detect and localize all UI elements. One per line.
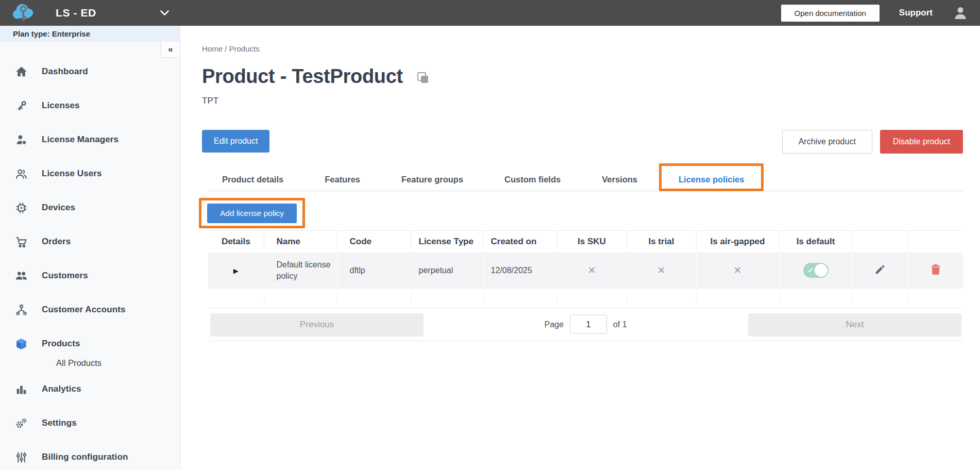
tab-features[interactable]: Features bbox=[311, 168, 374, 191]
bar-chart-icon bbox=[14, 382, 28, 396]
col-is-trial: Is trial bbox=[627, 231, 696, 253]
table-row: ▶ Default license policy dftlp perpetual… bbox=[208, 253, 963, 289]
open-documentation-button[interactable]: Open documentation bbox=[781, 5, 880, 22]
cross-icon: ✕ bbox=[588, 265, 596, 276]
is-default-toggle[interactable]: ✓ bbox=[803, 263, 829, 278]
sliders-icon bbox=[14, 450, 28, 464]
box-icon bbox=[14, 337, 28, 351]
col-is-default: Is default bbox=[779, 231, 852, 253]
sidebar-item-customer-accounts[interactable]: Customer Accounts bbox=[14, 300, 180, 319]
col-delete bbox=[908, 231, 963, 253]
copy-icon[interactable] bbox=[416, 71, 430, 85]
cloud-key-logo-icon bbox=[11, 3, 35, 23]
app-window: LS - ED Open documentation Support Plan … bbox=[0, 0, 980, 470]
key-icon bbox=[14, 99, 28, 113]
sidebar-item-analytics[interactable]: Analytics bbox=[14, 380, 180, 398]
check-icon: ✓ bbox=[808, 266, 814, 274]
workspace-selector[interactable]: LS - ED bbox=[56, 7, 96, 19]
col-code: Code bbox=[337, 231, 411, 253]
col-name: Name bbox=[264, 231, 337, 253]
product-tabs: Product details Features Feature groups … bbox=[208, 168, 963, 191]
col-created-on: Created on bbox=[483, 231, 557, 253]
sidebar-item-devices[interactable]: Devices bbox=[14, 198, 180, 217]
tab-product-details[interactable]: Product details bbox=[208, 168, 297, 191]
col-is-sku: Is SKU bbox=[557, 231, 627, 253]
col-details: Details bbox=[208, 231, 264, 253]
sidebar-item-license-managers[interactable]: License Managers bbox=[14, 130, 180, 149]
cross-icon: ✕ bbox=[734, 265, 742, 276]
delete-policy-button[interactable] bbox=[931, 264, 941, 275]
breadcrumb-products[interactable]: Products bbox=[229, 44, 260, 53]
sidebar-item-all-products[interactable]: All Products bbox=[56, 358, 180, 368]
sidebar-item-dashboard[interactable]: Dashboard bbox=[14, 62, 180, 81]
pencil-icon bbox=[874, 264, 886, 275]
trash-icon bbox=[931, 264, 941, 275]
user-avatar-icon[interactable] bbox=[952, 5, 969, 21]
sidebar: Plan type: Enterprise « Dashboard Licens… bbox=[0, 26, 180, 470]
edit-product-button[interactable]: Edit product bbox=[202, 130, 269, 153]
cell-code: dftlp bbox=[337, 253, 411, 289]
breadcrumb-home[interactable]: Home bbox=[202, 44, 223, 53]
cart-icon bbox=[14, 235, 28, 249]
breadcrumb: Home / Products bbox=[202, 44, 980, 53]
tab-versions[interactable]: Versions bbox=[588, 168, 651, 191]
sidebar-item-billing-configuration[interactable]: Billing configuration bbox=[14, 448, 180, 466]
col-license-type: License Type bbox=[411, 231, 483, 253]
tab-custom-fields[interactable]: Custom fields bbox=[491, 168, 575, 191]
sidebar-item-customers[interactable]: Customers bbox=[14, 266, 180, 285]
topbar-actions: Open documentation Support bbox=[781, 5, 980, 22]
sidebar-item-orders[interactable]: Orders bbox=[14, 232, 180, 251]
home-icon bbox=[14, 65, 28, 79]
edit-policy-button[interactable] bbox=[874, 264, 886, 275]
gears-icon bbox=[14, 416, 28, 430]
row-expander[interactable]: ▶ bbox=[233, 267, 239, 275]
disable-product-button[interactable]: Disable product bbox=[880, 130, 963, 154]
plan-type-banner: Plan type: Enterprise bbox=[0, 26, 180, 42]
next-page-button[interactable]: Next bbox=[748, 313, 961, 337]
user-gear-icon bbox=[14, 133, 28, 147]
archive-product-button[interactable]: Archive product bbox=[782, 130, 872, 154]
page-label: Page bbox=[544, 320, 563, 329]
previous-page-button[interactable]: Previous bbox=[210, 313, 424, 337]
sidebar-item-license-users[interactable]: License Users bbox=[14, 164, 180, 183]
cell-created-on: 12/08/2025 bbox=[483, 253, 557, 289]
tab-feature-groups[interactable]: Feature groups bbox=[387, 168, 477, 191]
page-title: Product - TestProduct bbox=[202, 65, 403, 88]
page-number-input[interactable] bbox=[570, 315, 607, 334]
support-link[interactable]: Support bbox=[899, 8, 933, 18]
tab-license-policies[interactable]: License policies bbox=[665, 168, 758, 191]
product-code-subtitle: TPT bbox=[202, 96, 980, 106]
cell-license-type: perpetual bbox=[411, 253, 483, 289]
col-is-air-gapped: Is air-gapped bbox=[696, 231, 779, 253]
sidebar-item-licenses[interactable]: Licenses bbox=[14, 96, 180, 115]
sidebar-collapse-button[interactable]: « bbox=[161, 42, 180, 58]
col-edit bbox=[852, 231, 908, 253]
main-content: Home / Products Product - TestProduct TP… bbox=[181, 26, 980, 470]
product-actions: Edit product Archive product Disable pro… bbox=[181, 130, 980, 155]
topbar: LS - ED Open documentation Support bbox=[0, 0, 980, 26]
pagination-bar: Previous Page of 1 Next bbox=[208, 308, 963, 341]
page-of-label: of 1 bbox=[613, 320, 627, 329]
chip-icon bbox=[14, 201, 28, 215]
sidebar-item-settings[interactable]: Settings bbox=[14, 414, 180, 432]
table-header-row: Details Name Code License Type Created o… bbox=[208, 231, 963, 253]
cell-name: Default license policy bbox=[264, 253, 337, 289]
hierarchy-icon bbox=[14, 303, 28, 317]
sidebar-nav: Dashboard Licenses License Managers Lice… bbox=[0, 42, 180, 466]
license-policies-table: Details Name Code License Type Created o… bbox=[208, 230, 963, 308]
sidebar-item-products[interactable]: Products bbox=[14, 334, 180, 353]
cross-icon: ✕ bbox=[657, 265, 666, 276]
add-license-policy-button[interactable]: Add license policy bbox=[207, 204, 297, 223]
empty-row bbox=[208, 289, 963, 308]
chevron-down-icon[interactable] bbox=[160, 10, 169, 16]
brand-area: LS - ED bbox=[0, 0, 180, 26]
users-outline-icon bbox=[14, 167, 28, 181]
breadcrumb-separator: / bbox=[223, 44, 229, 53]
users-icon bbox=[14, 269, 28, 283]
